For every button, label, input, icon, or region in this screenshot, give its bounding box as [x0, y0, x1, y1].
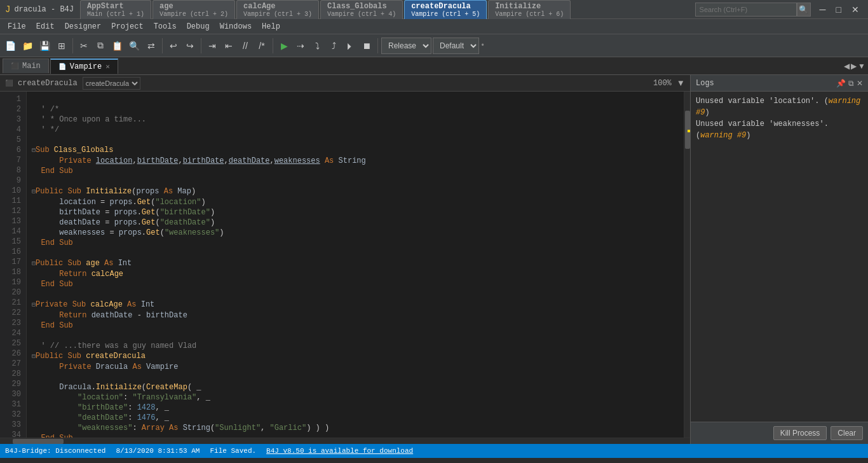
zoom-dropdown[interactable]: ▼: [677, 78, 685, 88]
toolbar-run[interactable]: ▶: [276, 37, 292, 55]
toolbar-stop[interactable]: ⏹: [359, 37, 374, 55]
datetime-status: 8/13/2020 8:31:53 AM: [116, 447, 200, 455]
breadcrumb: createDracula: [18, 79, 78, 88]
code-content[interactable]: ' /* ' * Once upon a time... ' */ ⊟Sub C…: [27, 92, 684, 438]
zoom-level: 100%: [653, 79, 672, 88]
window-controls: ─ □ ✕: [816, 4, 863, 15]
title-tab-classglobals[interactable]: Class_Globals Vampire (ctrl + 4): [320, 0, 403, 19]
update-link[interactable]: B4J v8.50 is available for download: [266, 447, 413, 455]
menu-bar: File Edit Designer Project Tools Debug W…: [0, 19, 868, 34]
tab-main-icon: ⬛: [11, 62, 18, 70]
toolbar-grid[interactable]: ⊞: [54, 37, 69, 55]
editor-area: ⬛ createDracula createDracula 100% ▼ 123…: [0, 75, 868, 444]
toolbar-find[interactable]: 🔍: [126, 37, 142, 55]
toolbar-sep-3: [201, 38, 201, 53]
method-dropdown[interactable]: createDracula: [83, 77, 140, 90]
title-bar: J dracula - B4J AppStart Main (ctrl + 1)…: [0, 0, 868, 19]
title-tab-initialize[interactable]: Initialize Vampire (ctrl + 6): [488, 0, 571, 19]
connection-status: B4J-Bridge: Disconnected: [5, 447, 105, 455]
toolbar-copy[interactable]: ⧉: [93, 37, 108, 55]
menu-debug[interactable]: Debug: [182, 21, 215, 32]
log-entry-1: Unused variable 'location'. (warning #9): [696, 95, 863, 118]
clear-button[interactable]: Clear: [831, 426, 863, 440]
tab-vampire-close[interactable]: ✕: [105, 62, 110, 71]
title-tabs-area: AppStart Main (ctrl + 1) age Vampire (ct…: [80, 0, 690, 19]
status-bar: B4J-Bridge: Disconnected 8/13/2020 8:31:…: [0, 444, 868, 458]
editor-panel: ⬛ createDracula createDracula 100% ▼ 123…: [0, 75, 690, 444]
menu-tools[interactable]: Tools: [149, 21, 182, 32]
tab-menu-arrow[interactable]: ▼: [858, 62, 865, 71]
kill-process-button[interactable]: Kill Process: [773, 426, 827, 440]
tab-scroll-right[interactable]: ▶: [851, 62, 857, 71]
build-config-dropdown[interactable]: Release: [381, 38, 431, 54]
horizontal-scrollbar-thumb[interactable]: [13, 439, 64, 444]
toolbar-save[interactable]: 💾: [37, 37, 53, 55]
logs-title: Logs: [696, 79, 832, 88]
vertical-scrollbar[interactable]: [684, 92, 690, 438]
menu-help[interactable]: Help: [257, 21, 285, 32]
toolbar-sep-2: [162, 38, 163, 53]
maximize-button[interactable]: □: [832, 4, 845, 15]
title-tab-age[interactable]: age Vampire (ctrl + 2): [153, 0, 235, 19]
search-button[interactable]: 🔍: [797, 3, 811, 17]
editor-subheader: ⬛ createDracula createDracula 100% ▼: [0, 75, 690, 92]
toolbar-step-into[interactable]: ⤵: [309, 37, 325, 55]
toolbar-open-folder[interactable]: 📁: [20, 37, 36, 55]
tab-scroll-left[interactable]: ◀: [844, 62, 850, 71]
window-title: dracula - B4J: [14, 5, 74, 14]
tab-vampire-label: Vampire: [70, 62, 102, 71]
platform-dropdown[interactable]: Default: [433, 38, 479, 54]
toolbar-extra: •: [480, 41, 485, 50]
toolbar-step-over[interactable]: ⇢: [293, 37, 308, 55]
toolbar-paste[interactable]: 📋: [109, 37, 125, 55]
log-text-1: Unused variable 'location'. (: [696, 97, 829, 106]
toolbar-redo[interactable]: ↪: [182, 37, 198, 55]
tab-vampire[interactable]: 📄 Vampire ✕: [50, 59, 118, 74]
minimize-button[interactable]: ─: [816, 4, 830, 15]
title-tab-createdracula[interactable]: createDracula Vampire (ctrl + 5): [404, 0, 487, 19]
menu-edit[interactable]: Edit: [31, 21, 60, 32]
breadcrumb-icon: ⬛: [5, 79, 13, 87]
toolbar-step-out[interactable]: ⤴: [326, 37, 341, 55]
toolbar: 📄 📁 💾 ⊞ ✂ ⧉ 📋 🔍 ⇄ ↩ ↪ ⇥ ⇤ // /* ▶ ⇢ ⤵ ⤴ …: [0, 34, 868, 57]
toolbar-outdent[interactable]: ⇤: [221, 37, 236, 55]
toolbar-new[interactable]: 📄: [3, 37, 18, 55]
tab-main-label: Main: [22, 62, 41, 71]
search-area: 🔍: [695, 3, 811, 17]
tab-vampire-icon: 📄: [58, 63, 66, 71]
logs-pin-button[interactable]: 📌: [836, 79, 846, 88]
title-tab-calcage[interactable]: calcAge Vampire (ctrl + 3): [236, 0, 319, 19]
code-area[interactable]: 12345 678910 1112131415 1617181920 21222…: [0, 92, 690, 438]
logs-content: Unused variable 'location'. (warning #9)…: [691, 92, 868, 422]
logs-header-buttons: 📌 ⧉ ✕: [836, 79, 863, 88]
horizontal-scrollbar[interactable]: [0, 438, 690, 444]
menu-file[interactable]: File: [3, 21, 31, 32]
close-button[interactable]: ✕: [848, 4, 863, 15]
toolbar-uncomment[interactable]: /*: [254, 37, 269, 55]
log-warn-2: warning #9: [700, 131, 746, 140]
toolbar-comment[interactable]: //: [238, 37, 253, 55]
save-status: File Saved.: [210, 447, 256, 455]
logs-close-button[interactable]: ✕: [857, 79, 863, 88]
search-input[interactable]: [695, 3, 797, 17]
log-entry-2: Unused variable 'weaknesses'. (warning #…: [696, 118, 863, 141]
menu-project[interactable]: Project: [106, 21, 148, 32]
line-numbers: 12345 678910 1112131415 1617181920 21222…: [0, 92, 27, 438]
toolbar-sep-1: [72, 38, 73, 53]
toolbar-undo[interactable]: ↩: [166, 37, 181, 55]
menu-windows[interactable]: Windows: [215, 21, 257, 32]
tab-bar: ⬛ Main 📄 Vampire ✕ ◀ ▶ ▼: [0, 57, 868, 75]
tab-main[interactable]: ⬛ Main: [3, 59, 49, 73]
logs-panel: Logs 📌 ⧉ ✕ Unused variable 'location'. (…: [690, 75, 868, 444]
logs-float-button[interactable]: ⧉: [848, 79, 854, 88]
title-tab-appstart[interactable]: AppStart Main (ctrl + 1): [80, 0, 151, 19]
warning-marker: [688, 130, 690, 132]
toolbar-cut[interactable]: ✂: [76, 37, 92, 55]
menu-designer[interactable]: Designer: [60, 21, 107, 32]
logs-footer: Kill Process Clear: [691, 422, 868, 444]
toolbar-sep-5: [377, 38, 378, 53]
toolbar-continue[interactable]: ⏵: [342, 37, 358, 55]
toolbar-replace[interactable]: ⇄: [144, 37, 159, 55]
toolbar-indent[interactable]: ⇥: [205, 37, 220, 55]
toolbar-sep-4: [273, 38, 273, 53]
